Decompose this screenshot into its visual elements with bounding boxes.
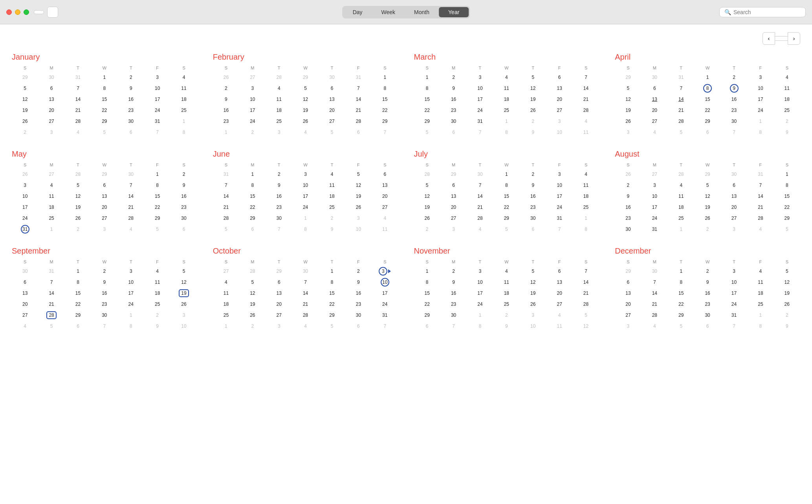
cal-cell[interactable]: 2 bbox=[12, 127, 38, 138]
cal-cell[interactable]: 22 bbox=[91, 105, 117, 116]
cal-cell[interactable]: 19 bbox=[520, 94, 546, 105]
cal-cell[interactable]: 5 bbox=[573, 310, 599, 321]
cal-cell[interactable]: 14 bbox=[573, 277, 599, 288]
cal-cell[interactable]: 18 bbox=[573, 191, 599, 202]
cal-cell[interactable]: 3 bbox=[345, 213, 372, 224]
cal-cell[interactable]: 27 bbox=[91, 213, 117, 224]
prev-year-button[interactable]: ‹ bbox=[763, 32, 775, 45]
cal-cell[interactable]: 23 bbox=[721, 105, 747, 116]
cal-cell[interactable]: 12 bbox=[292, 94, 319, 105]
cal-cell[interactable]: 7 bbox=[213, 180, 239, 191]
cal-cell[interactable]: 30 bbox=[467, 169, 493, 180]
cal-cell[interactable]: 7 bbox=[372, 127, 398, 138]
cal-cell[interactable]: 29 bbox=[12, 72, 38, 83]
cal-cell[interactable]: 2 bbox=[440, 72, 467, 83]
cal-cell[interactable]: 9 bbox=[319, 224, 345, 235]
cal-cell[interactable]: 1 bbox=[65, 266, 91, 277]
cal-cell[interactable]: 2 bbox=[239, 127, 266, 138]
cal-cell[interactable]: 29 bbox=[91, 116, 117, 127]
cal-cell[interactable]: 20 bbox=[266, 299, 292, 310]
cal-cell[interactable]: 30 bbox=[440, 116, 467, 127]
cal-cell[interactable]: 3 bbox=[546, 169, 572, 180]
cal-cell[interactable]: 14 bbox=[467, 191, 493, 202]
cal-cell[interactable]: 25 bbox=[493, 299, 520, 310]
cal-cell[interactable]: 8 bbox=[573, 224, 599, 235]
cal-cell[interactable]: 26 bbox=[414, 213, 440, 224]
cal-cell[interactable]: 17 bbox=[721, 288, 747, 299]
cal-cell[interactable]: 2 bbox=[694, 224, 720, 235]
cal-cell[interactable]: 27 bbox=[642, 116, 668, 127]
cal-cell[interactable]: 26 bbox=[694, 213, 720, 224]
cal-cell[interactable]: 9 bbox=[774, 321, 800, 332]
cal-cell[interactable]: 8 bbox=[414, 277, 440, 288]
cal-cell[interactable]: 31 bbox=[12, 224, 38, 235]
cal-cell[interactable]: 2 bbox=[319, 213, 345, 224]
cal-cell[interactable]: 6 bbox=[345, 127, 372, 138]
cal-cell[interactable]: 17 bbox=[546, 191, 572, 202]
cal-cell[interactable]: 10 bbox=[170, 321, 197, 332]
cal-cell[interactable]: 20 bbox=[440, 202, 467, 213]
cal-cell[interactable]: 29 bbox=[668, 310, 694, 321]
cal-cell[interactable]: 25 bbox=[774, 105, 800, 116]
cal-cell[interactable]: 30 bbox=[642, 72, 668, 83]
cal-cell[interactable]: 24 bbox=[467, 105, 493, 116]
cal-cell[interactable]: 2 bbox=[721, 72, 747, 83]
cal-cell[interactable]: 5 bbox=[668, 127, 694, 138]
cal-cell[interactable]: 30 bbox=[694, 310, 720, 321]
cal-cell[interactable]: 1 bbox=[414, 72, 440, 83]
cal-cell[interactable]: 6 bbox=[694, 321, 720, 332]
cal-cell[interactable]: 16 bbox=[266, 191, 292, 202]
cal-cell[interactable]: 5 bbox=[91, 127, 117, 138]
cal-cell[interactable]: 29 bbox=[493, 213, 520, 224]
cal-cell[interactable]: 5 bbox=[520, 72, 546, 83]
cal-cell[interactable]: 31 bbox=[721, 310, 747, 321]
cal-cell[interactable]: 29 bbox=[440, 169, 467, 180]
cal-cell[interactable]: 28 bbox=[65, 169, 91, 180]
cal-cell[interactable]: 10 bbox=[721, 277, 747, 288]
cal-cell[interactable]: 9 bbox=[694, 277, 720, 288]
cal-cell[interactable]: 24 bbox=[372, 299, 398, 310]
cal-cell[interactable]: 4 bbox=[774, 72, 800, 83]
cal-cell[interactable]: 5 bbox=[292, 83, 319, 94]
cal-cell[interactable]: 7 bbox=[292, 277, 319, 288]
cal-cell[interactable]: 13 bbox=[372, 180, 398, 191]
cal-cell[interactable]: 21 bbox=[467, 202, 493, 213]
cal-cell[interactable]: 7 bbox=[440, 321, 467, 332]
cal-cell[interactable]: 16 bbox=[615, 202, 641, 213]
cal-cell[interactable]: 13 bbox=[546, 83, 572, 94]
cal-cell[interactable]: 19 bbox=[292, 105, 319, 116]
cal-cell[interactable]: 4 bbox=[573, 169, 599, 180]
cal-cell[interactable]: 28 bbox=[292, 310, 319, 321]
cal-cell[interactable]: 27 bbox=[440, 213, 467, 224]
cal-cell[interactable]: 14 bbox=[642, 288, 668, 299]
cal-cell[interactable]: 3 bbox=[440, 224, 467, 235]
cal-cell[interactable]: 19 bbox=[12, 105, 38, 116]
cal-cell[interactable]: 28 bbox=[266, 72, 292, 83]
cal-cell[interactable]: 17 bbox=[747, 94, 774, 105]
cal-cell[interactable]: 2 bbox=[414, 224, 440, 235]
cal-cell[interactable]: 11 bbox=[170, 83, 197, 94]
cal-cell[interactable]: 18 bbox=[774, 94, 800, 105]
cal-cell[interactable]: 22 bbox=[414, 299, 440, 310]
cal-cell[interactable]: 14 bbox=[38, 288, 64, 299]
cal-cell[interactable]: 26 bbox=[292, 116, 319, 127]
cal-cell[interactable]: 18 bbox=[38, 202, 64, 213]
cal-cell[interactable]: 26 bbox=[239, 310, 266, 321]
maximize-button[interactable] bbox=[24, 9, 29, 15]
cal-cell[interactable]: 4 bbox=[493, 266, 520, 277]
cal-cell[interactable]: 9 bbox=[440, 83, 467, 94]
cal-cell[interactable]: 6 bbox=[91, 180, 117, 191]
cal-cell[interactable]: 20 bbox=[546, 94, 572, 105]
cal-cell[interactable]: 6 bbox=[546, 72, 572, 83]
cal-cell[interactable]: 5 bbox=[319, 321, 345, 332]
cal-cell[interactable]: 3 bbox=[615, 321, 641, 332]
cal-cell[interactable]: 1 bbox=[414, 266, 440, 277]
cal-cell[interactable]: 1 bbox=[239, 169, 266, 180]
cal-cell[interactable]: 31 bbox=[546, 213, 572, 224]
cal-cell[interactable]: 25 bbox=[319, 202, 345, 213]
cal-cell[interactable]: 11 bbox=[372, 224, 398, 235]
cal-cell[interactable]: 6 bbox=[642, 83, 668, 94]
cal-cell[interactable]: 16 bbox=[721, 94, 747, 105]
cal-cell[interactable]: 16 bbox=[520, 191, 546, 202]
cal-cell[interactable]: 30 bbox=[721, 169, 747, 180]
